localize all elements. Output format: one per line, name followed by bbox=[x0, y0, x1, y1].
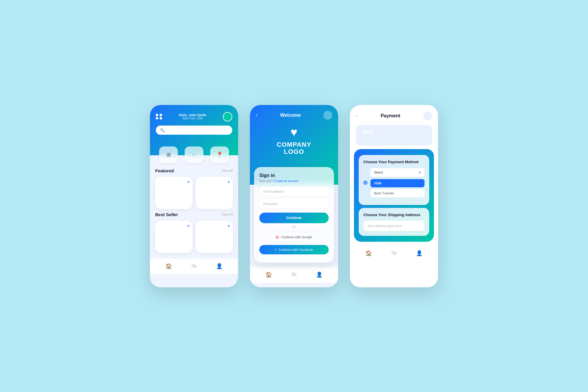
nav-home-icon[interactable]: 🏠 bbox=[265, 271, 272, 278]
quick-icon-location[interactable]: 📍 bbox=[210, 146, 229, 163]
signin-card: Sign in New user? Create an account Emai… bbox=[254, 167, 334, 263]
featured-card-2[interactable]: ♥ bbox=[196, 177, 233, 209]
signin-header-top: ‹ Welcome bbox=[256, 111, 332, 120]
home-header-top: Hello, John Smith New York, USA bbox=[156, 112, 232, 121]
credit-card-visual bbox=[356, 125, 432, 146]
password-field[interactable]: Password bbox=[259, 199, 329, 208]
company-heart-icon: ♥ bbox=[290, 126, 298, 139]
nav-bag-icon[interactable]: 🛍 bbox=[291, 271, 297, 278]
payment-select-dropdown[interactable]: Select ∨ bbox=[370, 168, 425, 177]
featured-card-1[interactable]: ♥ bbox=[155, 177, 193, 209]
visa-option[interactable]: VISA bbox=[370, 179, 425, 187]
payment-header: ‹ Payment bbox=[350, 105, 438, 125]
signin-page-title: Welcome bbox=[280, 113, 301, 118]
bestseller-header: Best Seller View All bbox=[155, 212, 233, 217]
greeting-text: Hello, John Smith bbox=[179, 113, 206, 117]
phone-home: Hello, John Smith New York, USA 🔍 ⊞ ··· … bbox=[150, 105, 238, 287]
payment-radio-button[interactable] bbox=[363, 181, 368, 185]
featured-cards: ♥ ♥ bbox=[155, 177, 233, 209]
google-icon: G bbox=[276, 235, 279, 239]
new-user-text: New user? Create an account bbox=[259, 179, 329, 183]
phone-signin: ‹ Welcome ♥ COMPANY LOGO Sign in New use… bbox=[250, 105, 338, 287]
signin-title: Sign in bbox=[259, 173, 329, 178]
featured-section: Featured View All ♥ ♥ bbox=[150, 168, 238, 212]
chat-icon: ··· bbox=[192, 151, 196, 158]
bestseller-view-all[interactable]: View All bbox=[222, 213, 233, 216]
payment-bottom-nav: 🏠 🛍 👤 bbox=[350, 246, 438, 261]
featured-view-all[interactable]: View All bbox=[222, 169, 233, 172]
payment-back-button[interactable]: ‹ bbox=[356, 113, 358, 119]
company-logo-text: COMPANY LOGO bbox=[277, 141, 311, 155]
search-icon: 🔍 bbox=[160, 128, 165, 132]
location-text: New York, USA bbox=[179, 117, 206, 120]
bank-transfer-option[interactable]: Bank Transfer bbox=[370, 189, 425, 197]
payment-method-title: Choose Your Payment Method bbox=[363, 160, 425, 164]
wishlist-icon-2[interactable]: ♥ bbox=[228, 180, 230, 184]
quick-icon-chat[interactable]: ··· bbox=[185, 146, 203, 163]
create-account-link[interactable]: Create an account bbox=[274, 179, 298, 183]
logo-section: ♥ COMPANY LOGO bbox=[277, 126, 311, 155]
search-bar[interactable]: 🔍 bbox=[156, 126, 232, 135]
bestseller-cards: ♥ ♥ bbox=[155, 221, 233, 253]
continue-button[interactable]: Continue bbox=[259, 213, 329, 223]
phone-payment: ‹ Payment Choose Your Payment Method Sel… bbox=[350, 105, 438, 287]
chevron-down-icon: ∨ bbox=[419, 171, 421, 174]
wishlist-icon-3[interactable]: ♥ bbox=[187, 223, 190, 228]
nav-bag-icon[interactable]: 🛍 bbox=[191, 263, 197, 269]
avatar[interactable] bbox=[223, 112, 232, 121]
signin-avatar[interactable] bbox=[323, 111, 332, 120]
featured-title: Featured bbox=[155, 168, 174, 173]
payment-avatar[interactable] bbox=[423, 111, 432, 120]
location-icon: 📍 bbox=[216, 151, 223, 158]
quick-icons-row: ⊞ ··· 📍 bbox=[150, 146, 238, 163]
nav-home-icon[interactable]: 🏠 bbox=[365, 250, 372, 256]
quick-icon-grid[interactable]: ⊞ bbox=[159, 146, 178, 163]
nav-profile-icon[interactable]: 👤 bbox=[316, 271, 323, 278]
grid-icon: ⊞ bbox=[166, 151, 171, 158]
featured-header: Featured View All bbox=[155, 168, 233, 173]
bestseller-card-1[interactable]: ♥ bbox=[155, 221, 193, 253]
screens-container: Hello, John Smith New York, USA 🔍 ⊞ ··· … bbox=[150, 105, 438, 287]
payment-gradient-section: Choose Your Payment Method Select ∨ VISA… bbox=[354, 149, 434, 242]
or-divider: Or bbox=[259, 226, 329, 229]
nav-bag-icon[interactable]: 🛍 bbox=[391, 250, 397, 256]
payment-radio-row: Select ∨ VISA Bank Transfer bbox=[363, 168, 425, 197]
wishlist-icon-4[interactable]: ♥ bbox=[228, 223, 230, 228]
menu-icon[interactable] bbox=[156, 114, 162, 119]
address-input[interactable]: Your address goes here bbox=[363, 221, 425, 231]
bestseller-section: Best Seller View All ♥ ♥ bbox=[150, 212, 238, 256]
wishlist-icon-1[interactable]: ♥ bbox=[187, 180, 190, 184]
facebook-signin-button[interactable]: f Continue with Facebook bbox=[259, 245, 329, 254]
facebook-icon: f bbox=[275, 248, 276, 251]
nav-home-icon[interactable]: 🏠 bbox=[166, 263, 172, 269]
signin-bottom-nav: 🏠 🛍 👤 bbox=[250, 267, 338, 283]
shipping-section: Choose Your Shipping Address Your addres… bbox=[359, 208, 429, 236]
bestseller-card-2[interactable]: ♥ bbox=[196, 221, 233, 253]
card-chip bbox=[362, 130, 373, 133]
payment-method-card: Choose Your Payment Method Select ∨ VISA… bbox=[359, 155, 429, 205]
shipping-title: Choose Your Shipping Address bbox=[363, 213, 425, 217]
google-signin-button[interactable]: G Continue with Google bbox=[259, 232, 329, 243]
back-button[interactable]: ‹ bbox=[256, 112, 258, 118]
nav-profile-icon[interactable]: 👤 bbox=[216, 263, 223, 269]
email-field[interactable]: Email address bbox=[259, 187, 329, 196]
header-user-info: Hello, John Smith New York, USA bbox=[179, 113, 206, 120]
payment-page-title: Payment bbox=[381, 113, 400, 119]
nav-profile-icon[interactable]: 👤 bbox=[416, 250, 422, 256]
home-bottom-nav: 🏠 🛍 👤 bbox=[150, 259, 238, 274]
bestseller-title: Best Seller bbox=[155, 212, 178, 217]
